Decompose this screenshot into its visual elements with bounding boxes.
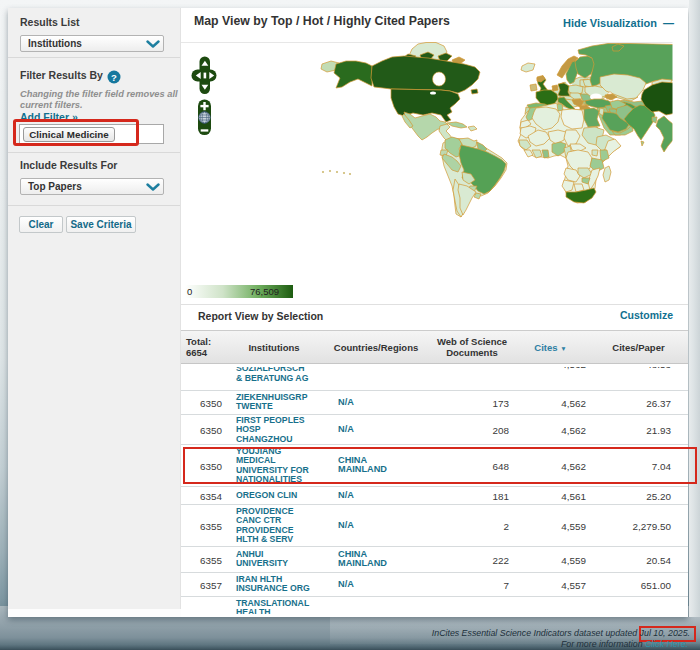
svg-text:?: ? [111, 72, 117, 83]
